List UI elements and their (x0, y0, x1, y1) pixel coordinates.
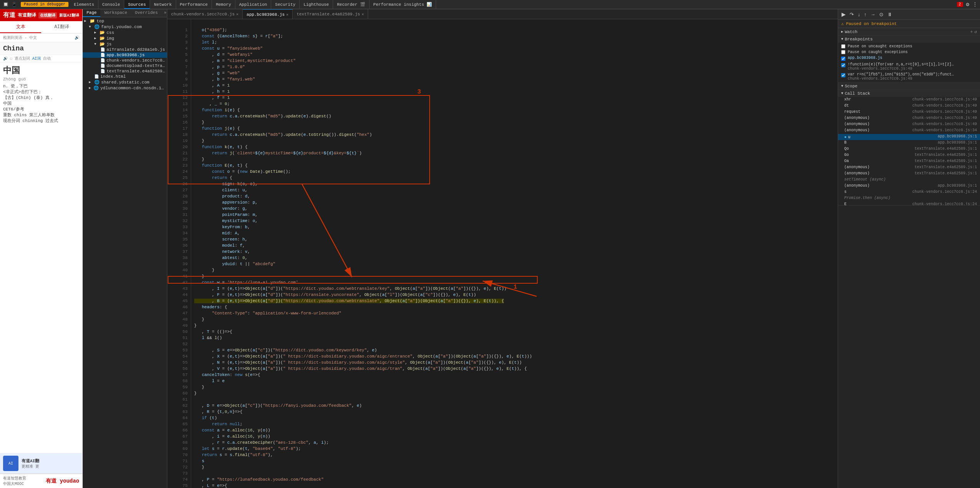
yd-speaker2-icon[interactable]: 🔊 (3, 56, 8, 61)
tree-item-aitranslate[interactable]: 📄 aiTranslate.dd28a1eb.js (83, 47, 167, 52)
yd-checkbox1[interactable]: ☐ 逐点划词 (10, 56, 30, 61)
snav-tab-overrides[interactable]: Overrides (131, 9, 162, 17)
cs-item-Go[interactable]: Go textTranslate.e4a62589.js:1 (838, 152, 980, 159)
resume-btn[interactable]: ▶ (840, 10, 847, 18)
cs-item-dt[interactable]: dt chunk-vendors.1ecc7cc0.js:49 (838, 103, 980, 109)
tab-network[interactable]: Network (150, 0, 176, 9)
yd-ad-icon: AI (3, 456, 18, 471)
cs-item-Oa[interactable]: Oa textTranslate.e4a62589.js:1 (838, 159, 980, 165)
watch-add-icon[interactable]: + (970, 30, 973, 34)
step-btn[interactable]: → (869, 11, 877, 18)
cs-name: (anonymous) (844, 128, 870, 134)
cs-item-s2[interactable]: s chunk-vendors.1ecc7cc0.js:24 (838, 189, 980, 196)
cs-file: chunk-vendors.1ecc7cc0.js:49 (912, 97, 977, 103)
yd-tab-text[interactable]: 文本 (0, 21, 41, 33)
tab-performance[interactable]: Performance (176, 0, 212, 9)
bp-item-2-checkbox[interactable] (841, 63, 845, 67)
more-icon[interactable]: ⋮ (972, 1, 978, 8)
bp-item-3-checkbox[interactable] (841, 73, 845, 77)
code-text[interactable]: o("4360"); const {CancelToken: s} = r["a… (191, 19, 838, 488)
settings-icon[interactable]: ⚙ (966, 1, 969, 8)
tab-perf-insights[interactable]: Performance insights 📊 (370, 0, 437, 9)
tab-sources[interactable]: Sources (124, 0, 150, 9)
inspect-icon[interactable]: 🔲 (2, 1, 9, 8)
cs-file: textTranslate.e4a62589.js:1 (915, 153, 977, 158)
device-icon[interactable]: 📱 (11, 1, 18, 8)
watch-header[interactable]: ▶ Watch + ↺ (838, 28, 980, 35)
tab-memory[interactable]: Memory (212, 0, 235, 9)
bp-caught-label: Pause on caught exceptions (848, 50, 908, 54)
cs-item-Qo[interactable]: Qo textTranslate.e4a62589.js:1 (838, 146, 980, 152)
tree-item-img[interactable]: ▶ 📂 img (83, 35, 167, 41)
tree-item-js[interactable]: ▼ 📂 js (83, 41, 167, 47)
tree-item-appbc[interactable]: 📄 app.bc983968.js (83, 52, 167, 58)
step-out-btn[interactable]: ↑ (863, 11, 868, 18)
callstack-header[interactable]: ▼ Call Stack (838, 90, 980, 97)
yd-input-text[interactable]: China (3, 45, 79, 52)
tab-recorder[interactable]: Recorder 🎬 (333, 0, 369, 9)
editor-tab-appbc[interactable]: app.bc983968.js ✕ (243, 9, 293, 19)
cs-item-E2[interactable]: E chunk-vendors.1ecc7cc0.js:24 (838, 202, 980, 205)
pause-exceptions-btn[interactable]: ⏸ (886, 11, 893, 18)
close-icon[interactable]: ✕ (236, 12, 238, 17)
yd-footer-company2[interactable]: 中国大MOOC (3, 481, 26, 486)
tree-label: chunk-vendors.1ecc7cc0.js (107, 58, 165, 63)
editor-tab-texttranslate[interactable]: textTranslate.e4a62589.js ✕ (293, 9, 368, 19)
tab-application[interactable]: Application (235, 0, 272, 9)
bp-caught-checkbox[interactable] (841, 50, 845, 54)
scope-header[interactable]: ▼ Scope (838, 83, 980, 90)
tab-elements[interactable]: Elements (70, 0, 98, 9)
tree-item-fanyi[interactable]: ▼ 🌐 fanyi.youdao.com (83, 24, 167, 30)
tree-item-ydluna[interactable]: ▶ 🌐 ydlunacommon-cdn.nosdn.127.net (83, 85, 167, 91)
yd-online-label[interactable]: 在线翻译 (38, 12, 57, 18)
cs-item-anon4[interactable]: (anonymous) textTranslate.e4a62589.js:1 (838, 165, 980, 171)
step-into-btn[interactable]: ↓ (857, 11, 862, 18)
cs-item-xhr[interactable]: xhr chunk-vendors.1ecc7cc0.js:49 (838, 97, 980, 103)
close-icon[interactable]: ✕ (286, 12, 288, 17)
step-over-btn[interactable]: ↷ (848, 11, 855, 18)
cs-item-anon1[interactable]: (anonymous) chunk-vendors.1ecc7cc0.js:49 (838, 115, 980, 122)
editor-tab-chunkvendors[interactable]: chunk-vendors.1ecc7cc0.js ✕ (167, 9, 243, 19)
breakpoints-header[interactable]: ▼ Breakpoints (838, 36, 980, 43)
tree-item-texttranslate[interactable]: 📄 textTranslate.e4a62589.js (83, 69, 167, 74)
close-icon[interactable]: ✕ (362, 12, 364, 17)
snav-tab-workspace[interactable]: Workspace (100, 9, 131, 17)
tree-item-css[interactable]: ▶ 📂 css (83, 30, 167, 35)
tab-console[interactable]: Console (98, 0, 124, 9)
scope-section: ▼ Scope ▼ Call Stack xhr chunk-vendors.1… (838, 83, 980, 206)
yd-footer-company1[interactable]: 有道智慧教育 (3, 476, 26, 481)
yd-controls: 🔊 ☐ 逐点划词 AI润 自动 (0, 55, 82, 62)
snav-tab-page[interactable]: Page (83, 9, 100, 17)
bp-uncaught-checkbox[interactable] (841, 44, 845, 48)
tree-item-top[interactable]: ▶ 📁 top (83, 18, 167, 24)
watch-refresh-icon[interactable]: ↺ (974, 29, 977, 34)
tree-item-shared[interactable]: ▶ 🌐 shared.ydstatic.com (83, 79, 167, 85)
cs-item-B[interactable]: B app.bc983968.js:1 (838, 140, 980, 146)
tab-lighthouse[interactable]: Lighthouse (300, 0, 333, 9)
tree-item-index[interactable]: 📄 index.html (83, 74, 167, 79)
tab-security[interactable]: Security (271, 0, 300, 9)
cs-item-anon3[interactable]: (anonymous) chunk-vendors.1ecc7cc0.js:34 (838, 128, 980, 134)
cs-item-anon5[interactable]: (anonymous) textTranslate.e4a62589.js:1 (838, 171, 980, 177)
bp-item-1-checkbox[interactable] (841, 57, 845, 61)
yd-speaker-icon[interactable]: 🔊 (75, 35, 79, 40)
yd-ai-btn[interactable]: AI润 (32, 56, 41, 61)
folder-icon: 📁 (90, 18, 95, 23)
file-icon: 📄 (100, 64, 105, 68)
deactivate-bp-btn[interactable]: ⊙ (878, 11, 885, 18)
yd-ad-banner[interactable]: AI 有道AI翻 更精准 更 (0, 453, 82, 474)
yd-tab-ai[interactable]: AI翻译 (41, 21, 82, 33)
cs-item-request[interactable]: request chunk-vendors.1ecc7cc0.js:49 (838, 109, 980, 115)
cs-item-anon6[interactable]: (anonymous) app.bc983968.js:1 (838, 183, 980, 189)
tree-item-docupload[interactable]: 📄 documentUpload-textTranslate.11... (83, 63, 167, 69)
cs-name: (anonymous) (844, 184, 870, 189)
error-counter[interactable]: 2 (957, 2, 963, 7)
tree-item-chunkvendors[interactable]: 📄 chunk-vendors.1ecc7cc0.js (83, 58, 167, 63)
yd-ai-label[interactable]: 新版AI翻译 (59, 13, 79, 18)
cs-async-label: setTimeout (async) (844, 177, 886, 183)
yd-def-3: 【古】(Chin) (泰) 真， (3, 95, 79, 100)
yd-def-gerund: 现在分词 chinning 过去式 (3, 118, 79, 124)
snav-tab-more[interactable]: » (162, 9, 167, 17)
cs-item-u[interactable]: ● u app.bc983968.js:1 (838, 134, 980, 140)
cs-item-anon2[interactable]: (anonymous) chunk-vendors.1ecc7cc0.js:49 (838, 122, 980, 128)
